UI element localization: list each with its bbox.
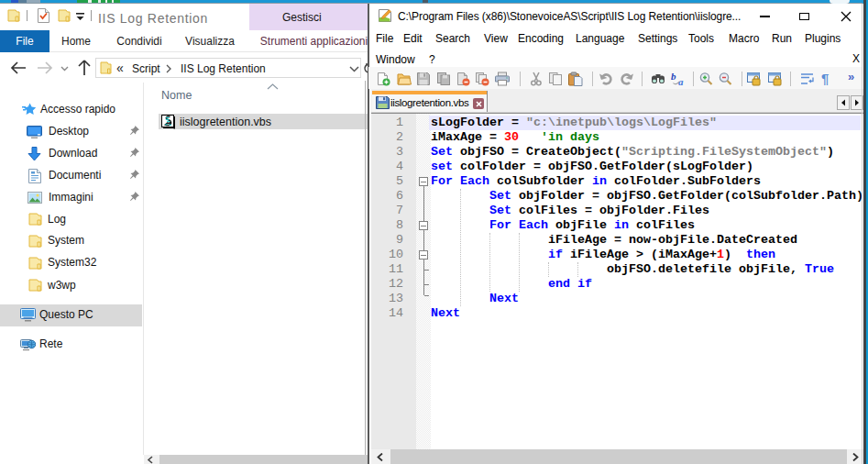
svg-text:b: b	[671, 72, 676, 82]
svg-text:a: a	[678, 76, 684, 86]
